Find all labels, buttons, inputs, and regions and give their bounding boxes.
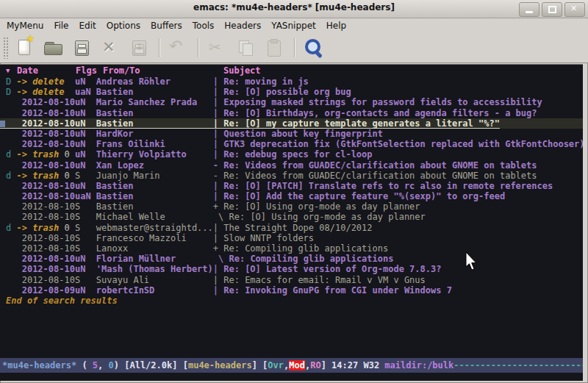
menu-item-yasnippet[interactable]: YASnippet: [266, 19, 321, 32]
menu-item-file[interactable]: File: [49, 19, 74, 32]
message-row[interactable]: 2012-08-10uN Bastien | Re: [O] my captur…: [0, 118, 583, 129]
title-bar[interactable]: emacs: *mu4e-headers* [mu4e-headers]: [0, 0, 588, 18]
end-of-results-text: End of search results: [0, 296, 583, 306]
download-arrow-glyph: ⇩: [136, 42, 143, 52]
modeline-segment-buf: *mu4e-headers*: [2, 360, 76, 371]
tool-bar: ⇩: [0, 33, 588, 63]
message-row[interactable]: 2012-08-10S Bastien + Re: [O] Using org-…: [0, 201, 583, 212]
search-icon[interactable]: [302, 37, 324, 59]
message-row[interactable]: d -> trash 0 S webmaster@straightd...| T…: [0, 223, 583, 233]
window-buttons: [517, 2, 585, 17]
toolbar-separator: [198, 38, 198, 57]
message-row[interactable]: 2012-08-10uaN Bastien | Re: [O] Add the …: [0, 191, 583, 201]
save-as-icon: ⇩: [128, 37, 150, 59]
modeline-segment-mod: Mod: [289, 360, 305, 371]
menu-item-mymenu[interactable]: MyMenu: [1, 19, 49, 32]
menu-item-options[interactable]: Options: [101, 19, 146, 32]
toolbar-drag-handle[interactable]: [3, 37, 8, 59]
message-row[interactable]: 2012-08-10uN HardKor | Question about ke…: [0, 129, 583, 139]
headers-buffer: ▼DateFlgsFrom/ToSubject D -> delete uN A…: [0, 64, 583, 358]
menu-item-headers[interactable]: Headers: [219, 19, 266, 32]
modeline-segment-plain: [All/2.0k]: [124, 360, 182, 371]
cut-icon: [206, 37, 228, 59]
message-row[interactable]: 2012-08-10S Suvayu Ali | Re: Emacs for e…: [0, 275, 583, 285]
menu-item-edit[interactable]: Edit: [74, 19, 101, 32]
message-row[interactable]: D -> delete uN Andreas Röhler | Re: movi…: [0, 76, 583, 87]
modeline-segment-dir: maildir:/bulk: [384, 360, 453, 371]
save-icon[interactable]: [71, 37, 93, 59]
message-row[interactable]: 2012-08-10S Michael Welle \ Re: [O] Usin…: [0, 212, 583, 222]
message-row[interactable]: 2012-08-09uN robertcInSD | Re: Invoking …: [0, 285, 583, 296]
message-row[interactable]: 2012-08-10uN Florian Müllner \ Re: Compi…: [0, 254, 583, 264]
headers-column-header: ▼DateFlgsFrom/ToSubject: [0, 65, 583, 76]
modeline-segment-ro: RO: [310, 360, 320, 371]
modeline-segment-plain: ,: [98, 360, 108, 371]
modeline-segment-num-blue: 0: [109, 360, 114, 371]
menu-item-buffers[interactable]: Buffers: [146, 19, 187, 32]
emacs-window: emacs: *mu4e-headers* [mu4e-headers] MyM…: [0, 0, 588, 383]
message-row[interactable]: 2012-08-10uN Mario Sanchez Prada | Expos…: [0, 97, 583, 107]
close-x-icon[interactable]: [99, 37, 121, 59]
close-button[interactable]: [564, 2, 585, 17]
window-title: emacs: *mu4e-headers* [mu4e-headers]: [0, 2, 588, 12]
modeline-segment-plain: 14:27 W32: [331, 360, 384, 371]
modeline-segment-plain: ]: [252, 360, 262, 371]
message-row[interactable]: 2012-08-10uN Bastien | Re: [O] [PATCH] T…: [0, 181, 583, 191]
maximize-button[interactable]: [542, 2, 562, 17]
message-row[interactable]: 2012-08-10S Lanoxx + Re: Compiling glib …: [0, 243, 583, 254]
mode-line: *mu4e-headers* ( 5, 0) [All/2.0k] [mu4e-…: [0, 358, 583, 373]
modeline-segment-dash: ----------------------------------------…: [453, 360, 583, 371]
menu-bar: MyMenuFileEditOptionsBuffersToolsHeaders…: [0, 18, 588, 33]
menu-item-tools[interactable]: Tools: [187, 19, 220, 32]
toolbar-separator: [294, 38, 295, 57]
message-list: D -> delete uN Andreas Röhler | Re: movi…: [0, 76, 583, 296]
modeline-segment-plain: (: [76, 360, 93, 371]
modeline-segment-ovr: Ovr: [268, 360, 284, 371]
message-row[interactable]: 2012-08-10uN Xan Lopez - Re: Videos from…: [0, 160, 583, 171]
open-icon[interactable]: [42, 37, 64, 59]
toolbar-separator: [159, 38, 159, 57]
message-row[interactable]: 2012-08-10uN Bastien | Re: [O] Birthdays…: [0, 108, 583, 118]
message-row[interactable]: d -> trash 0 S Juanjo Marin - Re: Videos…: [0, 171, 583, 181]
modeline-segment-bufname: mu4e-headers: [188, 360, 252, 371]
column-header-flags[interactable]: Flgs: [76, 65, 103, 76]
message-row[interactable]: D -> delete uaN Bastien | Re: [O] possib…: [0, 87, 583, 97]
message-row[interactable]: 2012-08-10S Francesco Mazzoli | Slow NNT…: [0, 233, 583, 243]
message-row[interactable]: 2012-08-10uN Frans Oilinki | GTK3 deprec…: [0, 139, 583, 149]
modeline-segment-plain: ): [114, 360, 124, 371]
echo-area[interactable]: [0, 373, 583, 381]
message-row[interactable]: 2012-08-10uN 'Mash (Thomas Herbert)| Re:…: [0, 264, 583, 274]
modeline-segment-plain: ]: [321, 360, 331, 371]
column-header-from[interactable]: From/To: [103, 65, 220, 76]
minimize-button[interactable]: [519, 2, 539, 17]
new-file-icon[interactable]: [13, 37, 35, 59]
message-row[interactable]: d -> trash 0 uN Thierry Volpiatto | Re: …: [0, 149, 583, 160]
sort-descending-icon[interactable]: ▼: [6, 65, 17, 76]
paste-icon: [263, 37, 285, 59]
scrollbar-thumb[interactable]: [0, 121, 5, 127]
menu-item-help[interactable]: Help: [321, 19, 351, 32]
copy-icon: [234, 37, 257, 59]
column-header-date[interactable]: Date: [17, 65, 76, 76]
modeline-segment-num-purple: 5: [93, 360, 98, 371]
column-header-subject[interactable]: Subject: [220, 65, 261, 76]
undo-icon: [167, 37, 189, 59]
modeline-segment-plain: [: [183, 360, 188, 371]
